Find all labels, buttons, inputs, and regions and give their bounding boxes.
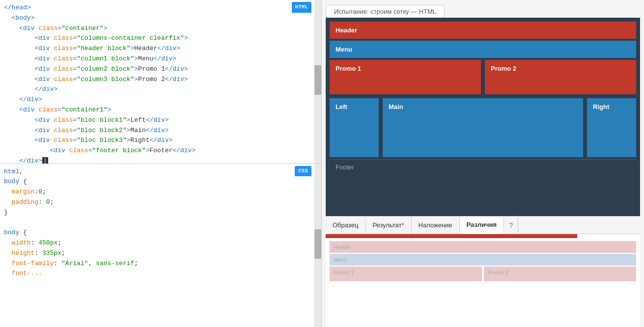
preview-tab[interactable]: Испытание: строим сетку — HTML xyxy=(326,5,445,18)
main-layout: HTML </head> <body> <div class="containe… xyxy=(0,0,644,327)
code-line: <div class="column3 block">Promo 2</div> xyxy=(4,75,309,85)
tab-nalozhenie[interactable]: Наложение xyxy=(412,217,460,234)
tab-help[interactable]: ? xyxy=(504,217,518,234)
css-line xyxy=(4,218,309,228)
code-line: </div>| xyxy=(4,156,309,164)
css-scrollbar[interactable] xyxy=(314,164,321,327)
grid-promo1-block: Promo 1 xyxy=(330,60,481,94)
code-line: <div class="column1 block">Menu</div> xyxy=(4,54,309,64)
code-line: <div class="bloc block3">Right</div> xyxy=(4,136,309,146)
diff-mini-promo-row: Promo 1 Promo 2 xyxy=(330,267,636,281)
preview-bottom: Образец Результат* Наложение Различия ? … xyxy=(326,216,640,327)
rezultat-asterisk: * xyxy=(402,221,404,229)
diff-mini-promo2: Promo 2 xyxy=(484,267,636,281)
preview-tab-bar: Испытание: строим сетку — HTML xyxy=(322,0,644,18)
html-code-content: </head> <body> <div class="container"> <… xyxy=(4,3,317,164)
code-line: <div class="container1"> xyxy=(4,105,309,115)
code-line: <div class="bloc block2">Main</div> xyxy=(4,126,309,136)
code-line: </head> xyxy=(4,3,309,13)
code-line: </div> xyxy=(4,95,309,105)
html-scrollbar[interactable] xyxy=(314,0,321,164)
css-line: padding: 0; xyxy=(4,197,309,208)
diff-mini-menu: Menu xyxy=(330,254,636,266)
css-line: font-... xyxy=(4,269,309,279)
left-panel: HTML </head> <body> <div class="containe… xyxy=(0,0,322,327)
code-line: <div class="header block">Header</div> xyxy=(4,44,309,54)
grid-promo2-block: Promo 2 xyxy=(485,60,636,94)
diff-tab-bar: Образец Результат* Наложение Различия ? xyxy=(326,217,640,234)
tab-obrazec[interactable]: Образец xyxy=(326,217,365,234)
css-line: html, xyxy=(4,167,309,177)
diff-content: Header Menu Promo 1 Promo 2 xyxy=(326,234,640,327)
right-panel: Испытание: строим сетку — HTML Header Me… xyxy=(322,0,644,327)
diff-mini-preview: Header Menu Promo 1 Promo 2 xyxy=(326,238,640,284)
html-scrollbar-thumb[interactable] xyxy=(314,65,321,95)
css-code-content: html, body { margin:0; padding: 0; } bod… xyxy=(4,167,317,279)
grid-cols-row: Left Main Right xyxy=(330,98,636,157)
code-line: <div class="footer block">Footer</div> xyxy=(4,146,309,156)
tab-rezultat[interactable]: Результат* xyxy=(365,217,411,234)
diff-mini-promo1: Promo 1 xyxy=(330,267,482,281)
grid-footer-block: Footer xyxy=(330,159,636,175)
css-line: font-family: "Arial", sans-serif; xyxy=(4,259,309,269)
css-scrollbar-thumb[interactable] xyxy=(314,229,321,259)
preview-grid: Header Menu Promo 1 Promo 2 Left Main Ri… xyxy=(326,18,640,216)
css-badge: CSS xyxy=(295,166,311,177)
css-editor[interactable]: CSS html, body { margin:0; padding: 0; }… xyxy=(0,164,321,327)
css-line: } xyxy=(4,208,309,218)
code-line: </div> xyxy=(4,84,309,95)
code-line: <div class="columns-container clearfix"> xyxy=(4,33,309,44)
html-editor[interactable]: HTML </head> <body> <div class="containe… xyxy=(0,0,321,164)
grid-right-block: Right xyxy=(587,98,636,157)
code-line: <div class="column2 block">Promo 1</div> xyxy=(4,64,309,75)
css-line: height: 335px; xyxy=(4,248,309,259)
diff-mini-header: Header xyxy=(330,241,636,253)
css-line: body { xyxy=(4,177,309,187)
css-line: margin:0; xyxy=(4,187,309,197)
css-line: body { xyxy=(4,228,309,238)
grid-header-block: Header xyxy=(330,22,636,39)
code-line: <div class="bloc block1">Left</div> xyxy=(4,115,309,126)
grid-left-block: Left xyxy=(330,98,379,157)
grid-menu-block: Menu xyxy=(330,41,636,58)
diff-red-bar xyxy=(326,234,577,238)
code-line: <div class="container"> xyxy=(4,24,309,34)
grid-main-block: Main xyxy=(383,98,583,157)
code-line: <body> xyxy=(4,13,309,24)
tab-razlichiya[interactable]: Различия xyxy=(460,217,504,234)
html-badge: HTML xyxy=(292,2,311,13)
grid-promo-row: Promo 1 Promo 2 xyxy=(330,60,636,94)
tab-rezultat-label: Результат xyxy=(372,221,401,229)
css-line: width: 450px; xyxy=(4,238,309,248)
preview-top: Испытание: строим сетку — HTML Header Me… xyxy=(322,0,644,216)
